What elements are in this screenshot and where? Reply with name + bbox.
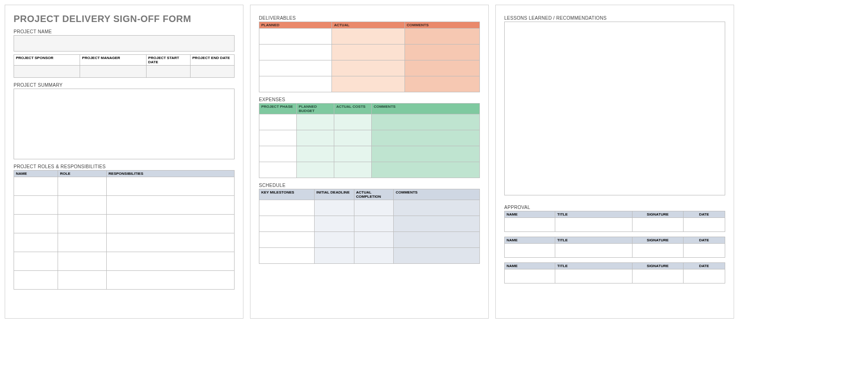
table-cell[interactable]: [106, 215, 234, 233]
table-cell[interactable]: [405, 45, 479, 60]
table-cell[interactable]: [372, 146, 480, 162]
appr-header-sig: SIGNATURE: [633, 211, 683, 218]
schedule-label: SCHEDULE: [259, 183, 480, 188]
table-cell[interactable]: [334, 146, 372, 162]
table-cell[interactable]: [14, 252, 58, 271]
page-1: PROJECT DELIVERY SIGN-OFF FORM PROJECT N…: [5, 5, 243, 319]
deliv-header-planned: PLANNED: [259, 22, 332, 29]
table-cell[interactable]: [58, 252, 107, 271]
manager-input[interactable]: [80, 66, 146, 78]
table-cell[interactable]: [106, 271, 234, 290]
table-cell[interactable]: [334, 130, 372, 146]
table-cell[interactable]: [14, 177, 58, 196]
lessons-label: LESSONS LEARNED / RECOMMENDATIONS: [504, 15, 725, 21]
table-cell[interactable]: [106, 196, 234, 215]
project-name-label: PROJECT NAME: [14, 29, 235, 34]
table-cell[interactable]: [354, 248, 394, 264]
table-cell[interactable]: [58, 233, 107, 252]
table-cell[interactable]: [354, 232, 394, 248]
table-cell[interactable]: [372, 130, 480, 146]
table-cell[interactable]: [259, 60, 332, 76]
table-cell[interactable]: [58, 196, 107, 215]
table-cell[interactable]: [259, 248, 315, 264]
table-cell[interactable]: [259, 114, 297, 130]
table-cell[interactable]: [259, 146, 297, 162]
table-cell[interactable]: [683, 218, 725, 232]
exp-header-actual: ACTUAL COSTS: [334, 104, 372, 114]
table-cell[interactable]: [106, 233, 234, 252]
summary-label: PROJECT SUMMARY: [14, 82, 235, 88]
table-cell[interactable]: [14, 215, 58, 233]
deliv-header-actual: ACTUAL: [332, 22, 405, 29]
table-cell[interactable]: [58, 177, 107, 196]
table-cell[interactable]: [259, 45, 332, 60]
table-cell[interactable]: [405, 29, 479, 45]
table-cell[interactable]: [505, 244, 555, 258]
table-cell[interactable]: [555, 218, 633, 232]
table-cell[interactable]: [394, 248, 480, 264]
table-cell[interactable]: [14, 271, 58, 290]
table-cell[interactable]: [297, 146, 334, 162]
table-cell[interactable]: [405, 76, 479, 92]
table-cell[interactable]: [58, 271, 107, 290]
table-cell[interactable]: [259, 162, 297, 178]
table-cell[interactable]: [259, 130, 297, 146]
table-cell[interactable]: [259, 216, 315, 232]
sponsor-input[interactable]: [14, 66, 80, 78]
table-cell[interactable]: [683, 244, 725, 258]
roles-label: PROJECT ROLES & RESPONSIBILITIES: [14, 164, 235, 169]
table-cell[interactable]: [633, 244, 683, 258]
table-cell[interactable]: [106, 177, 234, 196]
expenses-table: PROJECT PHASE PLANNED BUDGET ACTUAL COST…: [259, 103, 480, 178]
table-cell[interactable]: [405, 60, 479, 76]
table-cell[interactable]: [332, 60, 405, 76]
table-cell[interactable]: [394, 200, 480, 216]
table-cell[interactable]: [314, 248, 354, 264]
project-name-input[interactable]: [14, 36, 235, 52]
approval-row-1: NAME TITLE SIGNATURE DATE: [504, 211, 725, 232]
table-cell[interactable]: [334, 162, 372, 178]
page-2: DELIVERABLES PLANNED ACTUAL COMMENTS EXP…: [250, 5, 489, 319]
table-cell[interactable]: [372, 162, 480, 178]
table-cell[interactable]: [297, 130, 334, 146]
table-cell[interactable]: [394, 232, 480, 248]
table-cell[interactable]: [259, 76, 332, 92]
sponsor-label: PROJECT SPONSOR: [14, 55, 80, 66]
table-cell[interactable]: [259, 232, 315, 248]
table-cell[interactable]: [505, 269, 555, 283]
start-input[interactable]: [146, 66, 190, 78]
table-cell[interactable]: [259, 200, 315, 216]
table-cell[interactable]: [372, 114, 480, 130]
lessons-input[interactable]: [505, 22, 725, 195]
table-cell[interactable]: [14, 196, 58, 215]
table-cell[interactable]: [332, 45, 405, 60]
table-cell[interactable]: [58, 215, 107, 233]
table-cell[interactable]: [555, 244, 633, 258]
table-cell[interactable]: [334, 114, 372, 130]
deliv-header-comments: COMMENTS: [405, 22, 479, 29]
table-cell[interactable]: [297, 162, 334, 178]
table-cell[interactable]: [394, 216, 480, 232]
table-cell[interactable]: [297, 114, 334, 130]
summary-table: [14, 89, 235, 159]
table-cell[interactable]: [555, 269, 633, 283]
summary-input[interactable]: [14, 89, 235, 159]
table-cell[interactable]: [314, 216, 354, 232]
table-cell[interactable]: [106, 252, 234, 271]
table-cell[interactable]: [505, 218, 555, 232]
table-cell[interactable]: [354, 216, 394, 232]
table-cell[interactable]: [633, 218, 683, 232]
table-cell[interactable]: [259, 29, 332, 45]
end-input[interactable]: [190, 66, 234, 78]
sched-header-actual: ACTUAL COMPLETION: [354, 189, 394, 200]
table-cell[interactable]: [354, 200, 394, 216]
table-cell[interactable]: [683, 269, 725, 283]
appr-header-title: TITLE: [555, 263, 633, 269]
table-cell[interactable]: [332, 76, 405, 92]
appr-header-sig: SIGNATURE: [633, 263, 683, 269]
table-cell[interactable]: [314, 232, 354, 248]
table-cell[interactable]: [633, 269, 683, 283]
table-cell[interactable]: [314, 200, 354, 216]
table-cell[interactable]: [14, 233, 58, 252]
table-cell[interactable]: [332, 29, 405, 45]
